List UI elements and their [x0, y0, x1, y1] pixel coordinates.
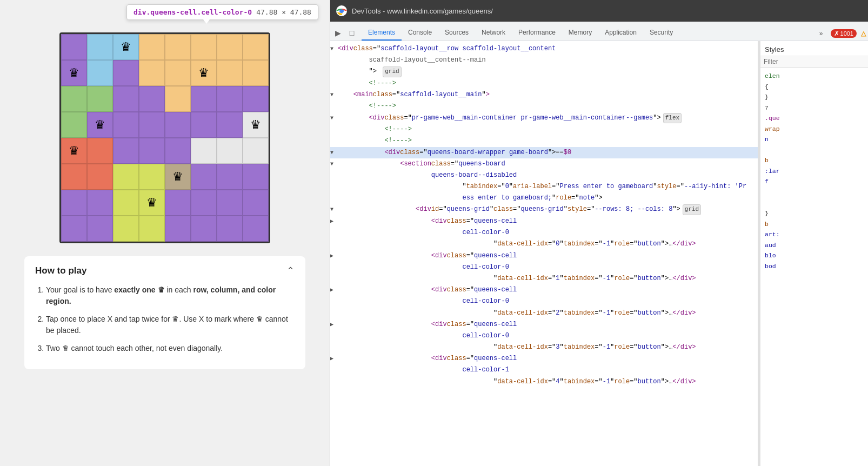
cell[interactable]: [139, 216, 165, 242]
cell[interactable]: ♛: [113, 34, 139, 60]
expand-arrow[interactable]: [330, 194, 338, 203]
cell[interactable]: ♛: [61, 138, 87, 164]
tab-security[interactable]: Security: [643, 25, 679, 41]
cell[interactable]: [165, 86, 191, 112]
expand-arrow[interactable]: [330, 263, 338, 272]
cell[interactable]: [243, 34, 269, 60]
expand-arrow[interactable]: [330, 102, 338, 111]
cell[interactable]: [113, 138, 139, 164]
expand-arrow[interactable]: [330, 183, 338, 191]
cell[interactable]: [243, 216, 269, 242]
tab-console[interactable]: Console: [402, 25, 438, 41]
html-line[interactable]: ▶ <div class="queens-cell: [330, 353, 758, 364]
expand-arrow[interactable]: ▼: [330, 91, 338, 99]
tab-memory[interactable]: Memory: [562, 25, 598, 41]
cell[interactable]: ♛: [165, 164, 191, 190]
expand-arrow[interactable]: [330, 68, 338, 76]
cell[interactable]: ♛: [87, 112, 113, 138]
html-panel[interactable]: ▼ <div class="scaffold-layout__row scaff…: [330, 41, 758, 466]
cell[interactable]: [191, 86, 217, 112]
cell[interactable]: ♛: [139, 190, 165, 216]
expand-arrow[interactable]: [330, 79, 338, 88]
cell[interactable]: [61, 34, 87, 60]
cell[interactable]: [191, 138, 217, 164]
cell[interactable]: [243, 138, 269, 164]
cell[interactable]: [87, 138, 113, 164]
html-line[interactable]: <!---->: [330, 78, 758, 89]
html-line[interactable]: ▶ <div class="queens-cell: [330, 250, 758, 262]
html-line[interactable]: ▶ <div class="queens-cell: [330, 216, 758, 227]
cell[interactable]: [191, 164, 217, 190]
html-line[interactable]: ▼ <div class="queens-board-wrapper game-…: [330, 147, 758, 158]
expand-arrow[interactable]: [330, 309, 338, 318]
collapse-icon[interactable]: ⌃: [286, 265, 295, 277]
cell[interactable]: [87, 190, 113, 216]
html-line[interactable]: ▶ <div class="queens-cell: [330, 284, 758, 296]
cell[interactable]: [139, 60, 165, 86]
html-line[interactable]: <!---->: [330, 124, 758, 135]
cell[interactable]: [217, 138, 243, 164]
cell[interactable]: [61, 86, 87, 112]
expand-arrow[interactable]: [330, 343, 338, 352]
html-line[interactable]: scaffold-layout__content--main: [330, 55, 758, 66]
cell[interactable]: [139, 138, 165, 164]
expand-arrow[interactable]: [330, 56, 338, 65]
expand-arrow[interactable]: ▼: [330, 114, 338, 123]
cell[interactable]: [165, 138, 191, 164]
html-line[interactable]: " data-cell-idx="4" tabindex="-1" role="…: [330, 376, 758, 388]
cell[interactable]: [113, 112, 139, 138]
cell[interactable]: [217, 86, 243, 112]
expand-arrow[interactable]: ▶: [330, 252, 338, 261]
expand-arrow[interactable]: [330, 297, 338, 306]
cell[interactable]: [243, 60, 269, 86]
expand-arrow[interactable]: ▶: [330, 321, 338, 329]
html-line[interactable]: queens-board--disabled: [330, 170, 758, 181]
html-line[interactable]: ▼ <div class="scaffold-layout__row scaff…: [330, 43, 758, 55]
cell[interactable]: [191, 34, 217, 60]
tab-elements[interactable]: Elements: [362, 25, 402, 41]
cell[interactable]: [139, 86, 165, 112]
cursor-icon[interactable]: ▶: [332, 28, 343, 38]
cell[interactable]: [139, 164, 165, 190]
cell[interactable]: [87, 34, 113, 60]
cell[interactable]: [87, 86, 113, 112]
html-line[interactable]: " data-cell-idx="2" tabindex="-1" role="…: [330, 308, 758, 319]
html-line[interactable]: cell-color-0: [330, 227, 758, 238]
expand-arrow[interactable]: ▼: [330, 149, 338, 157]
html-line[interactable]: ▼ <main class="scaffold-layout__main">: [330, 89, 758, 101]
cell[interactable]: [113, 216, 139, 242]
cell[interactable]: [165, 190, 191, 216]
styles-filter-input[interactable]: [760, 56, 868, 68]
html-line[interactable]: ▼ <div id="queens-grid" class="queens-gr…: [330, 204, 758, 216]
html-line[interactable]: " data-cell-idx="0" tabindex="-1" role="…: [330, 238, 758, 250]
expand-arrow[interactable]: [330, 366, 338, 375]
tab-network[interactable]: Network: [475, 25, 512, 41]
html-line[interactable]: cell-color-0: [330, 330, 758, 342]
cell[interactable]: [113, 86, 139, 112]
expand-arrow[interactable]: ▼: [330, 160, 338, 169]
cell[interactable]: ♛: [191, 60, 217, 86]
cell[interactable]: [243, 86, 269, 112]
html-line[interactable]: " data-cell-idx="1" tabindex="-1" role="…: [330, 273, 758, 284]
tab-application[interactable]: Application: [598, 25, 643, 41]
expand-arrow[interactable]: ▼: [330, 45, 338, 54]
cell[interactable]: [165, 216, 191, 242]
cell[interactable]: [217, 190, 243, 216]
cell[interactable]: [87, 60, 113, 86]
html-line[interactable]: " data-cell-idx="3" tabindex="-1" role="…: [330, 342, 758, 353]
cell[interactable]: [217, 216, 243, 242]
cell[interactable]: [191, 112, 217, 138]
html-line[interactable]: " tabindex="0" aria-label="Press enter t…: [330, 181, 758, 192]
html-line[interactable]: cell-color-0: [330, 262, 758, 273]
cell[interactable]: [87, 216, 113, 242]
inspect-icon[interactable]: □: [346, 28, 357, 38]
expand-arrow[interactable]: ▶: [330, 286, 338, 295]
cell[interactable]: [165, 34, 191, 60]
cell[interactable]: [217, 112, 243, 138]
cell[interactable]: [217, 60, 243, 86]
cell[interactable]: [113, 164, 139, 190]
cell[interactable]: [113, 190, 139, 216]
expand-arrow[interactable]: [330, 137, 338, 145]
tab-performance[interactable]: Performance: [512, 25, 562, 41]
cell[interactable]: [61, 216, 87, 242]
